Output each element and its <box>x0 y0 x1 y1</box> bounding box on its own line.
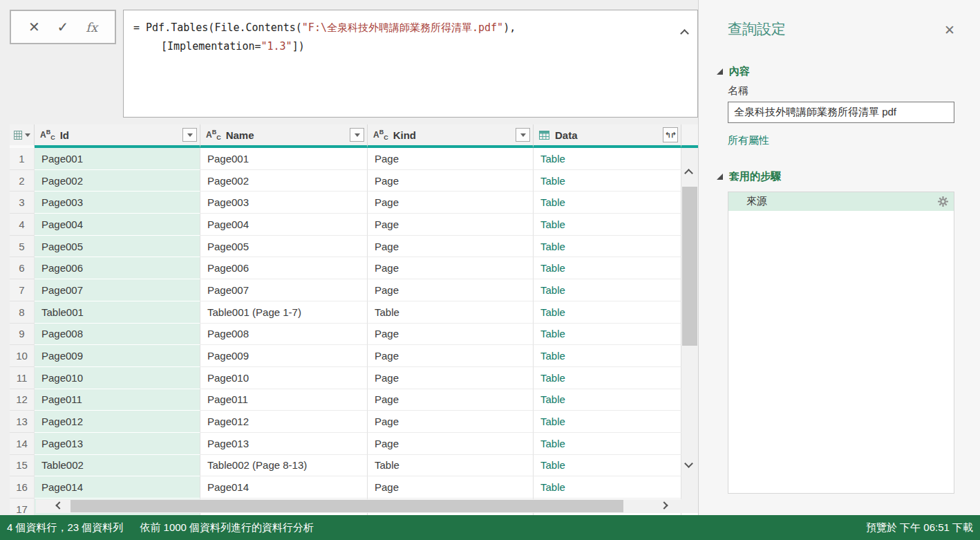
cell-data-link[interactable]: Table <box>534 411 681 433</box>
column-header-id[interactable]: ABC Id <box>35 124 200 148</box>
cell-name[interactable]: Page005 <box>200 236 368 258</box>
expand-column-button[interactable]: ↰↱ <box>663 127 678 142</box>
row-number[interactable]: 15 <box>10 455 35 477</box>
filter-button[interactable] <box>516 128 530 142</box>
cell-kind[interactable]: Page <box>368 476 534 499</box>
row-number[interactable]: 2 <box>10 170 35 192</box>
cell-kind[interactable]: Table <box>368 455 534 477</box>
cell-kind[interactable]: Page <box>368 433 534 455</box>
cell-data-link[interactable]: Table <box>534 192 681 214</box>
cell-data-link[interactable]: Table <box>534 170 681 192</box>
cell-id[interactable]: Page007 <box>35 279 200 301</box>
cell-name[interactable]: Page009 <box>200 345 368 367</box>
all-properties-link[interactable]: 所有屬性 <box>728 134 769 147</box>
cell-id[interactable]: Page008 <box>35 324 200 346</box>
cell-name[interactable]: Page013 <box>200 433 368 455</box>
cell-kind[interactable]: Page <box>368 389 534 411</box>
row-number[interactable]: 10 <box>10 345 35 367</box>
cell-data-link[interactable]: Table <box>534 455 681 477</box>
cell-kind[interactable]: Table <box>368 301 534 324</box>
cell-data-link[interactable]: Table <box>534 367 681 389</box>
cell-data-link[interactable]: Table <box>534 236 681 258</box>
cell-id[interactable]: Page006 <box>35 257 200 279</box>
horizontal-scrollbar-thumb[interactable] <box>70 500 623 512</box>
cell-id[interactable]: Page001 <box>35 148 200 170</box>
cell-id[interactable]: Page011 <box>35 389 200 411</box>
cell-id[interactable]: Page009 <box>35 345 200 367</box>
cell-name[interactable]: Page002 <box>200 170 368 192</box>
cell-data-link[interactable]: Table <box>534 148 681 170</box>
select-all-corner-button[interactable] <box>10 124 35 148</box>
cell-kind[interactable]: Page <box>368 345 534 367</box>
cancel-formula-icon[interactable]: ✕ <box>28 19 40 35</box>
cell-kind[interactable]: Page <box>368 170 534 192</box>
cell-name[interactable]: Page014 <box>200 476 368 499</box>
row-number[interactable]: 6 <box>10 257 35 279</box>
cell-id[interactable]: Page010 <box>35 367 200 389</box>
formula-input[interactable]: = Pdf.Tables(File.Contents("F:\全泉科技外聘講師業… <box>123 10 698 118</box>
cell-name[interactable]: Page007 <box>200 279 368 301</box>
cell-data-link[interactable]: Table <box>534 279 681 301</box>
cell-kind[interactable]: Page <box>368 411 534 433</box>
cell-kind[interactable]: Page <box>368 324 534 346</box>
row-number[interactable]: 16 <box>10 476 35 499</box>
cell-name[interactable]: Page010 <box>200 367 368 389</box>
close-panel-icon[interactable]: ✕ <box>944 22 955 38</box>
cell-name[interactable]: Page012 <box>200 411 368 433</box>
row-number[interactable]: 11 <box>10 367 35 389</box>
fx-icon[interactable]: fx <box>86 20 97 35</box>
cell-id[interactable]: Page003 <box>35 192 200 214</box>
row-number[interactable]: 9 <box>10 324 35 346</box>
scroll-left-icon[interactable] <box>55 501 63 509</box>
scroll-down-icon[interactable] <box>684 459 693 468</box>
cell-id[interactable]: Page012 <box>35 411 200 433</box>
cell-data-link[interactable]: Table <box>534 301 681 324</box>
cell-data-link[interactable]: Table <box>534 214 681 236</box>
properties-section-header[interactable]: 內容 <box>717 65 750 78</box>
scroll-right-icon[interactable] <box>660 501 668 509</box>
cell-data-link[interactable]: Table <box>534 389 681 411</box>
cell-data-link[interactable]: Table <box>534 257 681 279</box>
cell-id[interactable]: Page013 <box>35 433 200 455</box>
cell-kind[interactable]: Page <box>368 257 534 279</box>
row-number[interactable]: 14 <box>10 433 35 455</box>
cell-kind[interactable]: Page <box>368 279 534 301</box>
cell-data-link[interactable]: Table <box>534 324 681 346</box>
filter-button[interactable] <box>182 128 197 142</box>
cell-name[interactable]: Page001 <box>200 148 368 170</box>
cell-id[interactable]: Page005 <box>35 236 200 258</box>
row-number[interactable]: 8 <box>10 301 35 324</box>
cell-data-link[interactable]: Table <box>534 433 681 455</box>
row-number[interactable]: 5 <box>10 236 35 258</box>
vertical-scrollbar[interactable] <box>681 148 698 499</box>
collapse-formula-bar-button[interactable] <box>681 24 688 43</box>
applied-step-item[interactable]: 來源 <box>728 192 954 211</box>
cell-kind[interactable]: Page <box>368 236 534 258</box>
applied-steps-section-header[interactable]: 套用的步驟 <box>717 170 781 183</box>
cell-kind[interactable]: Page <box>368 367 534 389</box>
row-number[interactable]: 12 <box>10 389 35 411</box>
cell-id[interactable]: Page004 <box>35 214 200 236</box>
cell-name[interactable]: Page003 <box>200 192 368 214</box>
cell-id[interactable]: Page014 <box>35 476 200 499</box>
cell-kind[interactable]: Page <box>368 192 534 214</box>
cell-data-link[interactable]: Table <box>534 476 681 499</box>
cell-data-link[interactable]: Table <box>534 345 681 367</box>
cell-id[interactable]: Page002 <box>35 170 200 192</box>
row-number[interactable]: 17 <box>10 499 35 515</box>
column-header-name[interactable]: ABC Name <box>200 124 368 148</box>
row-number[interactable]: 7 <box>10 279 35 301</box>
cell-name[interactable]: Table001 (Page 1-7) <box>200 301 368 324</box>
row-number[interactable]: 4 <box>10 214 35 236</box>
cell-name[interactable]: Page004 <box>200 214 368 236</box>
cell-name[interactable]: Table002 (Page 8-13) <box>200 455 368 477</box>
row-number[interactable]: 1 <box>10 148 35 170</box>
cell-kind[interactable]: Page <box>368 214 534 236</box>
commit-formula-icon[interactable]: ✓ <box>57 19 69 35</box>
cell-id[interactable]: Table001 <box>35 301 200 324</box>
step-settings-button[interactable] <box>938 196 948 207</box>
row-number[interactable]: 3 <box>10 192 35 214</box>
filter-button[interactable] <box>350 128 364 142</box>
cell-name[interactable]: Page006 <box>200 257 368 279</box>
cell-name[interactable]: Page011 <box>200 389 368 411</box>
